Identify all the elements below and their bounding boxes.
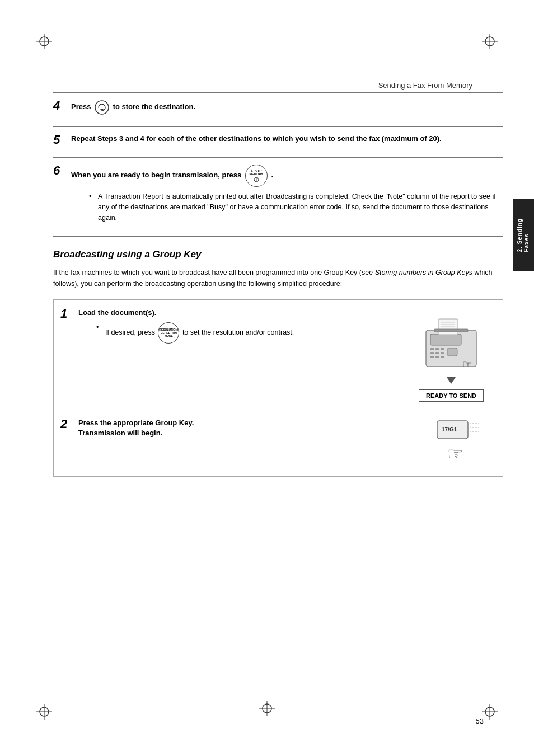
step-5-number: 5: [53, 134, 64, 146]
svg-rect-28: [435, 356, 439, 358]
main-content: 4 Press to store the destination.: [53, 92, 503, 700]
step-6-title: When you are ready to begin transmission…: [71, 165, 503, 187]
fax-machine-illustration: ☞ READY TO SEND: [406, 308, 496, 402]
step-5-content: Repeat Steps 3 and 4 for each of the oth…: [71, 134, 503, 144]
svg-rect-23: [441, 348, 444, 350]
svg-rect-29: [441, 356, 444, 358]
svg-point-15: [95, 101, 109, 114]
step-6-number: 6: [53, 165, 64, 177]
group-key-illustration: 17/G1 ☞: [429, 418, 496, 468]
fax-machine-svg: ☞: [409, 308, 493, 375]
section-step-1-body: 1 Load the document(s). If desired, pres…: [60, 308, 401, 351]
step-6-bullets: A Transaction Report is automatically pr…: [89, 191, 503, 223]
svg-text:☞: ☞: [462, 358, 472, 370]
section-step-1: 1 Load the document(s). If desired, pres…: [54, 300, 503, 410]
step-4-content: Press to store the destination.: [71, 100, 503, 115]
page-header: Sending a Fax From Memory: [0, 81, 534, 90]
section-step-2: 2 Press the appropriate Group Key.Transm…: [54, 410, 503, 476]
step-6-bullet-1: A Transaction Report is automatically pr…: [89, 191, 503, 223]
section-step-1-number: 1: [60, 308, 72, 320]
section-step-1-header: 1 Load the document(s). If desired, pres…: [60, 308, 401, 346]
reg-mark-bottom-left: [36, 704, 52, 720]
start-memory-icon: START/MEMORY: [245, 165, 268, 187]
section-step-1-row: 1 Load the document(s). If desired, pres…: [60, 308, 496, 402]
ready-to-send-text: READY TO SEND: [426, 392, 476, 399]
section-step-1-title-wrap: Load the document(s). If desired, press …: [78, 308, 294, 346]
svg-rect-26: [441, 352, 444, 354]
page-title: Sending a Fax From Memory: [378, 81, 472, 90]
svg-rect-35: [434, 329, 468, 332]
side-tab: 2. SendingFaxes: [513, 199, 534, 271]
arrow-down: [447, 377, 456, 384]
step-4-header: 4 Press to store the destination.: [53, 100, 503, 115]
section-step-2-title: Press the appropriate Group Key.Transmis…: [78, 419, 194, 437]
reg-mark-top-right: [482, 34, 498, 49]
svg-text:17/G1: 17/G1: [442, 426, 457, 433]
svg-text:☞: ☞: [447, 444, 463, 464]
svg-rect-22: [435, 348, 439, 350]
section-step-2-header: 2 Press the appropriate Group Key.Transm…: [60, 418, 423, 438]
group-key-svg: 17/G1 ☞: [432, 418, 493, 468]
main-steps: 4 Press to store the destination.: [53, 92, 503, 237]
section-intro: If the fax machines to which you want to…: [53, 267, 503, 289]
side-tab-text: 2. SendingFaxes: [517, 218, 530, 252]
section-step-2-body: 2 Press the appropriate Group Key.Transm…: [60, 418, 423, 443]
section-heading: Broadcasting using a Group Key: [53, 249, 503, 260]
page-number: 53: [476, 717, 484, 725]
svg-rect-24: [430, 352, 434, 354]
step-6-title-pre: When you are ready to begin transmission…: [71, 171, 243, 179]
step-4-title: Press to store the destination.: [71, 102, 195, 111]
reg-mark-bottom-right: [482, 704, 498, 720]
step-5-header: 5 Repeat Steps 3 and 4 for each of the o…: [53, 134, 503, 146]
step-6-header: 6 When you are ready to begin transmissi…: [53, 165, 503, 225]
step-4-title-post: to store the destination.: [113, 102, 195, 111]
resolution-mode-icon: RESOLUTION/RECEPTION MODE: [158, 322, 179, 344]
step-5: 5 Repeat Steps 3 and 4 for each of the o…: [53, 126, 503, 157]
section-step-2-number: 2: [60, 418, 72, 430]
store-destination-icon: [94, 100, 110, 115]
section-step-1-bullet-1: If desired, press RESOLUTION/RECEPTION M…: [96, 322, 294, 344]
svg-rect-30: [447, 348, 457, 356]
svg-rect-25: [435, 352, 439, 354]
svg-rect-20: [430, 334, 461, 345]
section-intro-italic: Storing numbers in Group Keys: [375, 269, 472, 276]
section-step-2-row: 2 Press the appropriate Group Key.Transm…: [60, 418, 496, 468]
step-6-title-post: .: [271, 171, 273, 179]
step-4-title-pre: Press: [71, 102, 93, 111]
step-5-title: Repeat Steps 3 and 4 for each of the oth…: [71, 134, 442, 143]
svg-rect-27: [430, 356, 434, 358]
reg-mark-bottom-center: [259, 701, 275, 718]
reg-mark-top-left: [36, 34, 52, 49]
section-step-2-title-wrap: Press the appropriate Group Key.Transmis…: [78, 418, 194, 438]
step-4: 4 Press to store the destination.: [53, 92, 503, 126]
step-4-number: 4: [53, 100, 64, 112]
section-steps-box: 1 Load the document(s). If desired, pres…: [53, 299, 503, 477]
section-step-1-bullets: If desired, press RESOLUTION/RECEPTION M…: [96, 322, 294, 344]
svg-rect-21: [430, 348, 434, 350]
step-6: 6 When you are ready to begin transmissi…: [53, 157, 503, 237]
ready-to-send-box: READY TO SEND: [419, 389, 484, 402]
step-6-content: When you are ready to begin transmission…: [71, 165, 503, 225]
section-step-1-title: Load the document(s).: [78, 308, 156, 317]
